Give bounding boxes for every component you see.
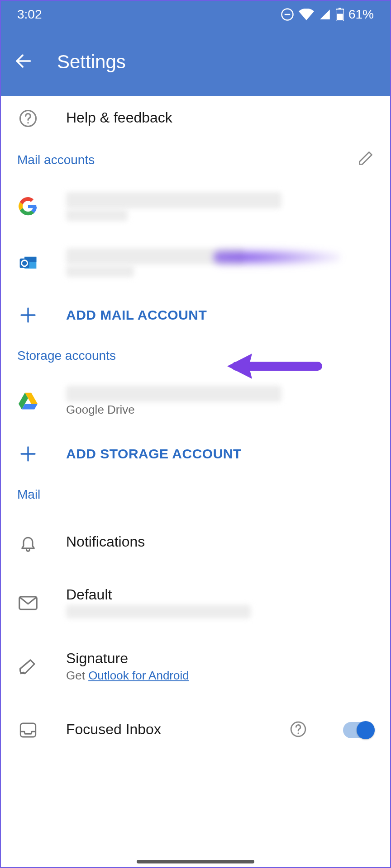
blurred-text [66,386,281,402]
google-drive-sublabel: Google Drive [66,403,374,417]
focused-inbox-toggle[interactable] [343,722,374,738]
plus-icon [17,306,39,324]
battery-icon [336,8,344,21]
page-title: Settings [57,51,126,73]
signature-sub-prefix: Get [66,669,88,682]
blurred-text [214,248,340,266]
signature-label: Signature [66,650,374,667]
app-bar: Settings [1,28,390,96]
back-button[interactable] [14,51,33,73]
section-title: Mail [17,487,40,502]
outlook-android-link[interactable]: Outlook for Android [88,669,189,682]
add-storage-account-button[interactable]: ADD STORAGE ACCOUNT [1,429,390,478]
google-drive-icon [17,392,39,410]
storage-accounts-section: Storage accounts [1,340,390,372]
status-time: 3:02 [17,7,42,22]
google-drive-row[interactable]: Google Drive [1,372,390,429]
outlook-icon [17,253,39,272]
signal-icon [319,9,331,20]
bell-icon [17,534,39,552]
svg-rect-17 [20,723,35,737]
mail-icon [17,595,39,611]
default-row[interactable]: Default [1,574,390,632]
dnd-icon [281,8,294,21]
svg-point-19 [297,732,299,734]
blurred-text [66,605,251,618]
battery-percent: 61% [348,7,374,22]
help-icon [17,109,39,128]
signature-row[interactable]: Signature Get Outlook for Android [1,632,390,695]
signature-sub: Get Outlook for Android [66,669,374,683]
status-bar: 3:02 61% [1,1,390,28]
wifi-icon [299,9,314,20]
default-label: Default [66,586,374,603]
status-icons: 61% [281,7,374,22]
help-icon [290,721,307,738]
svg-rect-3 [339,8,341,9]
add-storage-label: ADD STORAGE ACCOUNT [66,446,374,462]
add-mail-account-button[interactable]: ADD MAIL ACCOUNT [1,291,390,340]
signature-icon [17,657,39,676]
focused-inbox-row[interactable]: Focused Inbox [1,695,390,752]
pencil-icon [358,150,374,166]
focused-inbox-label: Focused Inbox [66,721,262,738]
google-account-row[interactable] [1,179,390,235]
blurred-text [66,265,134,277]
blurred-text [66,192,281,208]
section-title: Storage accounts [17,349,116,363]
arrow-left-icon [14,51,33,71]
blurred-text [66,209,128,221]
help-feedback-row[interactable]: Help & feedback [1,96,390,141]
edit-accounts-button[interactable] [358,150,374,170]
home-indicator [137,860,254,863]
add-mail-label: ADD MAIL ACCOUNT [66,307,374,323]
mail-accounts-section: Mail accounts [1,141,390,179]
focused-inbox-help[interactable] [290,721,307,740]
inbox-icon [17,721,39,739]
svg-rect-4 [337,14,343,20]
svg-point-7 [27,122,29,124]
section-title: Mail accounts [17,153,95,167]
google-icon [17,197,39,216]
help-label: Help & feedback [66,109,374,126]
mail-section: Mail [1,478,390,520]
outlook-account-row[interactable] [1,235,390,291]
settings-content: Help & feedback Mail accounts A [1,96,390,752]
notifications-row[interactable]: Notifications [1,520,390,574]
notifications-label: Notifications [66,533,374,550]
plus-icon [17,445,39,463]
